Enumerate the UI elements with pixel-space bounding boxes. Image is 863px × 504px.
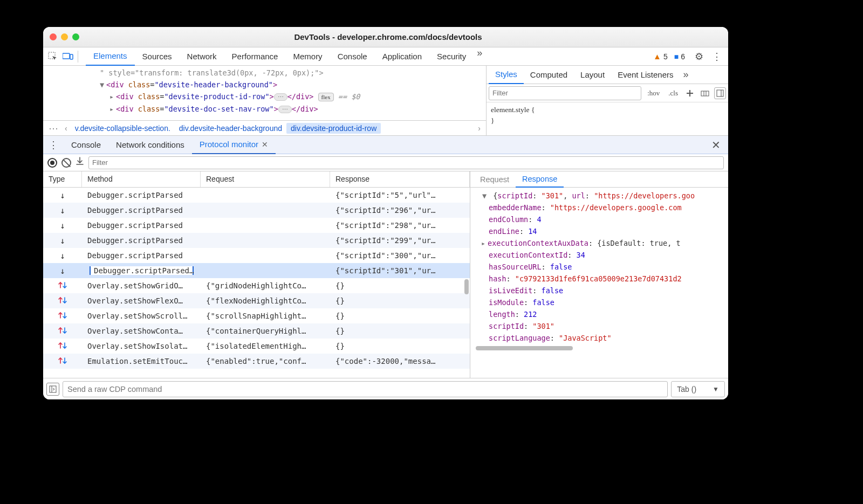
tab-network[interactable]: Network — [180, 47, 224, 66]
expand-ellipsis-icon[interactable]: ⋯ — [278, 106, 292, 113]
tab-elements[interactable]: Elements — [86, 47, 135, 66]
breadcrumb: ⋯ ‹ v.devsite-collapsible-section. div.d… — [43, 120, 486, 135]
cls-button[interactable]: .cls — [666, 89, 681, 98]
flex-badge[interactable]: flex — [318, 93, 334, 101]
tab-performance[interactable]: Performance — [224, 47, 286, 66]
settings-icon[interactable]: ⚙ — [691, 51, 707, 63]
svg-rect-6 — [717, 90, 723, 96]
styles-tab-styles[interactable]: Styles — [489, 66, 524, 84]
table-row[interactable]: Overlay.setShowScroll…{"scrollSnapHighli… — [43, 308, 470, 323]
cdp-command-input[interactable] — [63, 381, 668, 397]
drawer-menu-icon[interactable]: ⋮ — [43, 139, 64, 151]
received-icon: ↓ — [60, 205, 65, 216]
minimize-window-button[interactable] — [61, 33, 68, 40]
horizontal-scrollbar[interactable] — [476, 346, 573, 350]
flex-editor-icon[interactable] — [699, 87, 711, 99]
dom-tree[interactable]: " style="transform: translate3d(0px, -72… — [43, 66, 486, 120]
maximize-window-button[interactable] — [72, 33, 79, 40]
tab-console[interactable]: Console — [330, 47, 375, 66]
main-toolbar: Elements Sources Network Performance Mem… — [43, 47, 728, 66]
clear-button[interactable] — [61, 158, 71, 168]
devtools-window: DevTools - developer.chrome.com/docs/dev… — [43, 27, 728, 399]
table-row[interactable]: ↓Debugger.scriptParsed{"scriptId":"296",… — [43, 203, 470, 218]
expand-icon[interactable]: ▼ — [482, 190, 489, 202]
received-icon: ↓ — [60, 190, 65, 201]
save-button[interactable] — [76, 157, 84, 168]
toggle-sidebar-icon[interactable] — [46, 383, 59, 396]
elements-panel: " style="transform: translate3d(0px, -72… — [43, 66, 487, 135]
table-row[interactable]: ↓Debugger.scriptParsed{"scriptId":"301",… — [43, 263, 470, 278]
scroll-right-icon[interactable]: › — [475, 124, 484, 133]
table-row[interactable]: Emulation.setEmitTouc…{"enabled":true,"c… — [43, 354, 470, 369]
received-icon: ↓ — [60, 236, 65, 246]
styles-tabs: Styles Computed Layout Event Listeners » — [487, 66, 728, 84]
expand-ellipsis-icon[interactable]: ⋯ — [274, 93, 287, 101]
styles-tab-event-listeners[interactable]: Event Listeners — [611, 66, 680, 84]
protocol-table: Type Method Request Response ↓Debugger.s… — [43, 171, 470, 378]
window-titlebar: DevTools - developer.chrome.com/docs/dev… — [43, 27, 728, 47]
table-row[interactable]: ↓Debugger.scriptParsed{"scriptId":"298",… — [43, 218, 470, 233]
scroll-left-icon[interactable]: ‹ — [61, 124, 71, 133]
device-mode-icon[interactable] — [61, 50, 74, 63]
response-json-viewer[interactable]: ▼ {scriptId: "301", url: "https://develo… — [470, 188, 728, 378]
col-request[interactable]: Request — [201, 171, 330, 187]
table-row[interactable]: ↓Debugger.scriptParsed{"scriptId":"299",… — [43, 233, 470, 248]
breadcrumb-header-background[interactable]: div.devsite-header-background — [175, 123, 286, 134]
col-method[interactable]: Method — [82, 171, 201, 187]
breadcrumb-overflow-left-icon[interactable]: ⋯ — [45, 122, 61, 134]
col-type[interactable]: Type — [43, 171, 82, 187]
styles-tab-layout[interactable]: Layout — [574, 66, 611, 84]
dom-disclosure-icon[interactable]: ▼ — [100, 79, 106, 91]
svg-rect-1 — [63, 53, 70, 59]
scrollbar-thumb[interactable] — [464, 279, 469, 294]
details-tab-request[interactable]: Request — [474, 171, 516, 188]
tab-security[interactable]: Security — [429, 47, 474, 66]
col-response[interactable]: Response — [330, 171, 470, 187]
styles-panel: Styles Computed Layout Event Listeners »… — [487, 66, 728, 135]
new-style-rule-icon[interactable] — [684, 87, 696, 99]
tab-application[interactable]: Application — [375, 47, 429, 66]
expand-icon[interactable]: ▸ — [481, 237, 488, 249]
computed-sidebar-icon[interactable] — [714, 87, 726, 99]
protocol-toolbar — [43, 154, 728, 171]
breadcrumb-collapsible-section[interactable]: v.devsite-collapsible-section. — [71, 123, 175, 134]
breadcrumb-product-id-row[interactable]: div.devsite-product-id-row — [286, 123, 381, 134]
dom-disclosure-icon[interactable]: ▸ — [109, 91, 116, 102]
tab-memory[interactable]: Memory — [285, 47, 330, 66]
table-row[interactable]: Overlay.setShowIsolat…{"isolatedElementH… — [43, 339, 470, 354]
close-drawer-icon[interactable]: ✕ — [704, 139, 728, 151]
issues-icon: ■ — [674, 52, 679, 61]
cdp-command-bar: Tab () ▼ — [43, 378, 728, 399]
hov-button[interactable]: :hov — [645, 89, 662, 98]
drawer-tab-console[interactable]: Console — [64, 136, 108, 154]
close-tab-icon[interactable]: ✕ — [262, 140, 268, 149]
more-menu-icon[interactable]: ⋮ — [709, 51, 725, 63]
autocomplete-hint[interactable]: Tab () ▼ — [671, 381, 725, 397]
protocol-filter-input[interactable] — [88, 156, 724, 169]
tab-sources[interactable]: Sources — [135, 47, 180, 66]
styles-overflow-icon[interactable]: » — [680, 69, 692, 80]
warnings-badge[interactable]: ▲ 5 — [653, 52, 668, 61]
traffic-lights — [50, 33, 79, 40]
table-row[interactable]: ↓Debugger.scriptParsed{"scriptId":"300",… — [43, 248, 470, 263]
details-tab-response[interactable]: Response — [516, 171, 564, 188]
styles-filter-input[interactable] — [489, 86, 641, 100]
close-window-button[interactable] — [50, 33, 57, 40]
table-row[interactable]: ↓Debugger.scriptParsed{"scriptId":"5","u… — [43, 188, 470, 203]
table-row[interactable]: Overlay.setShowFlexO…{"flexNodeHighlight… — [43, 293, 470, 308]
styles-tab-computed[interactable]: Computed — [524, 66, 574, 84]
sent-received-icon — [58, 281, 67, 291]
drawer-tab-network-conditions[interactable]: Network conditions — [108, 136, 192, 154]
main-tabs: Elements Sources Network Performance Mem… — [86, 47, 485, 66]
dom-disclosure-icon[interactable]: ▸ — [109, 103, 116, 115]
record-button[interactable] — [47, 158, 57, 168]
drawer-tab-protocol-monitor[interactable]: Protocol monitor ✕ — [192, 136, 276, 154]
table-row[interactable]: Overlay.setShowGridO…{"gridNodeHighlight… — [43, 278, 470, 293]
inspect-element-icon[interactable] — [46, 50, 59, 63]
issues-badge[interactable]: ■ 6 — [674, 52, 685, 61]
table-row[interactable]: Overlay.setShowConta…{"containerQueryHig… — [43, 323, 470, 339]
sent-received-icon — [58, 311, 67, 321]
styles-rules[interactable]: element.style { } — [487, 102, 728, 128]
tabs-overflow-icon[interactable]: » — [474, 47, 485, 66]
svg-rect-3 — [701, 91, 709, 96]
